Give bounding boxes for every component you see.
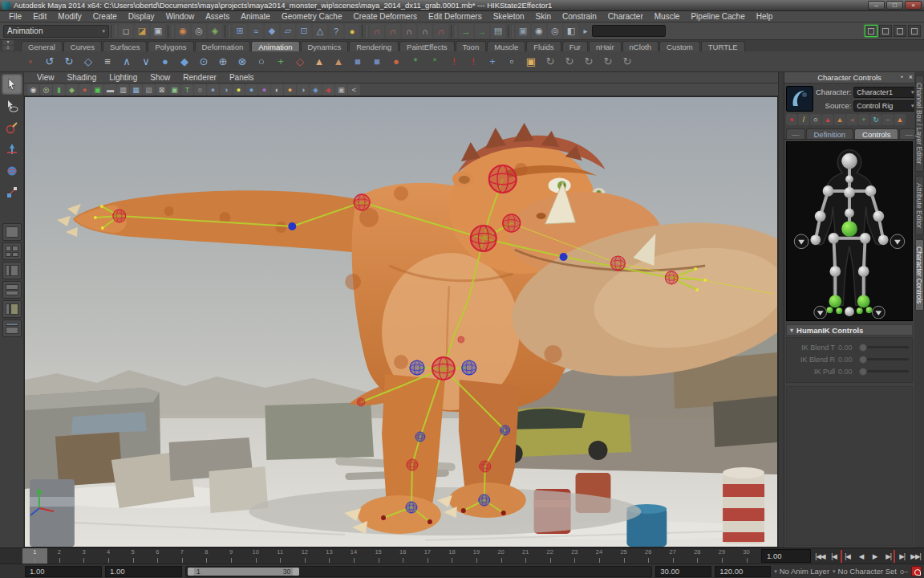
menu-animate[interactable]: Animate — [235, 12, 276, 21]
menu-geometry-cache[interactable]: Geometry Cache — [276, 12, 348, 21]
cc-character-icon[interactable]: ▲ — [822, 114, 833, 125]
shelf-tab-rendering[interactable]: Rendering — [349, 41, 399, 51]
slider-handle[interactable] — [859, 344, 867, 352]
shelf-figure-icon[interactable]: ▲ — [310, 52, 329, 71]
vp-shaded-icon[interactable]: ● — [207, 84, 219, 96]
play-backwards-button[interactable]: ◀ — [854, 550, 868, 563]
panel-menu-panels[interactable]: Panels — [223, 73, 261, 82]
vp-cone-icon[interactable]: ● — [284, 84, 296, 96]
playback-start-field[interactable]: 1.00 — [25, 566, 102, 577]
frame-3[interactable]: 3 — [71, 548, 96, 564]
magnet-snap-icon-2[interactable]: ∩ — [386, 24, 400, 39]
snap-curve-icon[interactable]: ≈ — [249, 24, 263, 39]
sidebar-modeling-toolkit-toggle[interactable] — [908, 25, 921, 37]
frame-17[interactable]: 17 — [415, 548, 440, 564]
vp-record-icon[interactable]: ▣ — [91, 84, 103, 96]
make-live-icon[interactable]: △ — [313, 24, 327, 39]
tab-definition[interactable]: Definition — [806, 128, 854, 139]
vp-light-purple-icon[interactable]: ● — [258, 84, 270, 96]
menu-create[interactable]: Create — [87, 12, 123, 21]
snap-grid-icon[interactable]: ⊞ — [233, 24, 247, 39]
vp-helmet-icon[interactable]: ◐ — [271, 84, 283, 96]
menu-skeleton[interactable]: Skeleton — [488, 12, 530, 21]
shelf-angle-icon[interactable]: ◇ — [290, 52, 310, 71]
menu-muscle[interactable]: Muscle — [649, 12, 686, 21]
shelf-tab-dynamics[interactable]: Dynamics — [301, 41, 349, 51]
vp-lighting-icon[interactable]: ● — [233, 84, 245, 96]
step-forward-key-button[interactable]: ▶| — [895, 550, 909, 563]
select-component-icon[interactable]: ◈ — [208, 24, 222, 39]
character-dropdown[interactable]: Character1 ▾ — [853, 87, 918, 98]
shelf-snap-icon[interactable]: ▫ — [502, 52, 521, 71]
step-back-key-button[interactable]: |◀ — [827, 550, 841, 563]
shelf-tab-toon[interactable]: Toon — [456, 41, 487, 51]
shelf-tab-muscle[interactable]: Muscle — [487, 41, 525, 51]
frame-24[interactable]: 24 — [587, 548, 612, 564]
layout-single-button[interactable] — [2, 223, 22, 241]
vp-gate-mask-icon[interactable]: ▦ — [130, 84, 142, 96]
current-time-field[interactable]: 1.00 — [761, 549, 811, 563]
shelf-tab-turtle[interactable]: TURTLE — [701, 41, 745, 51]
frame-6[interactable]: 6 — [145, 548, 170, 564]
lock-selection-icon[interactable]: ● — [345, 24, 359, 39]
slider-track[interactable] — [867, 346, 909, 348]
frame-19[interactable]: 19 — [464, 548, 489, 564]
magnet-snap-icon-3[interactable]: ∩ — [402, 24, 416, 39]
menu-file[interactable]: File — [3, 12, 27, 21]
panel-menu-shading[interactable]: Shading — [61, 73, 103, 82]
save-scene-icon[interactable]: ▣ — [151, 24, 165, 39]
vp-camera-select-icon[interactable]: ◉ — [27, 84, 39, 96]
paint-select-tool-button[interactable] — [2, 117, 22, 138]
slider-ik-pull[interactable] — [859, 368, 909, 376]
frame-13[interactable]: 13 — [317, 548, 342, 564]
source-dropdown[interactable]: Control Rig ▾ — [853, 100, 918, 112]
panel-menu-view[interactable]: View — [30, 73, 61, 82]
shelf-grey-icon-5[interactable]: ↻ — [618, 52, 637, 71]
shelf-axis-icon[interactable]: + — [271, 52, 290, 71]
menu-skin[interactable]: Skin — [530, 12, 557, 21]
frame-14[interactable]: 14 — [342, 548, 367, 564]
vp-textured-icon[interactable]: ◑ — [220, 84, 232, 96]
vp-field-chart-icon[interactable]: ▧ — [143, 84, 155, 96]
frame-26[interactable]: 26 — [636, 548, 661, 564]
shelf-exclaim-icon[interactable]: ! — [444, 52, 464, 71]
vp-text-hud-icon[interactable]: T — [181, 84, 193, 96]
shelf-grey-icon-3[interactable]: ↻ — [579, 52, 598, 71]
range-start-handle[interactable] — [188, 568, 194, 576]
select-object-icon[interactable]: ◎ — [192, 24, 206, 39]
slider-ik-blend-r[interactable] — [859, 356, 909, 364]
shelf-tab-general[interactable]: General — [21, 41, 63, 51]
shelf-tab-ncloth[interactable]: nCloth — [622, 41, 659, 51]
vp-cube-icon[interactable]: ▣ — [335, 84, 347, 96]
output-connections-icon[interactable]: → — [475, 24, 489, 39]
vp-xray-icon[interactable]: ◈ — [322, 84, 334, 96]
snap-view-icon[interactable]: ⊡ — [297, 24, 311, 39]
range-track[interactable]: 1 30 — [185, 566, 652, 577]
frame-29[interactable]: 29 — [710, 548, 735, 564]
shelf-joint-chain-icon[interactable]: ◇ — [79, 52, 98, 71]
frame-4[interactable]: 4 — [96, 548, 121, 564]
vp-film-gate-icon[interactable]: ▬ — [104, 84, 116, 96]
menu-create-deformers[interactable]: Create Deformers — [348, 12, 423, 21]
select-hierarchy-icon[interactable]: ◉ — [176, 24, 190, 39]
layout-hypershade-button[interactable] — [2, 320, 22, 337]
snap-point-icon[interactable]: ◆ — [265, 24, 279, 39]
shelf-orient-icon[interactable]: ⊙ — [194, 52, 213, 71]
shelf-tab-fluids[interactable]: Fluids — [526, 41, 561, 51]
shelf-skeleton-icon[interactable]: ≡ — [98, 52, 117, 71]
cc-character-alt-icon[interactable]: ▲ — [834, 114, 845, 125]
side-tab-character-controls[interactable]: Character Controls — [915, 239, 924, 311]
layout-four-pane-button[interactable] — [2, 242, 22, 260]
panel-divider[interactable] — [778, 72, 784, 547]
render-settings-icon[interactable]: ◧ — [564, 24, 578, 39]
shelf-figure-walk-icon[interactable]: ▲ — [329, 52, 348, 71]
magnet-snap-icon-4[interactable]: ∩ — [418, 24, 432, 39]
shelf-tab-painteffects[interactable]: PaintEffects — [399, 41, 455, 51]
animation-start-field[interactable]: 1.00 — [105, 566, 182, 577]
quick-command-input[interactable] — [592, 25, 666, 37]
shelf-tab-deformation[interactable]: Deformation — [195, 41, 251, 51]
slider-track[interactable] — [867, 358, 909, 360]
menu-display[interactable]: Display — [123, 12, 160, 21]
menu-edit-deformers[interactable]: Edit Deformers — [423, 12, 488, 21]
sidebar-attribute-editor-toggle[interactable] — [865, 25, 877, 37]
